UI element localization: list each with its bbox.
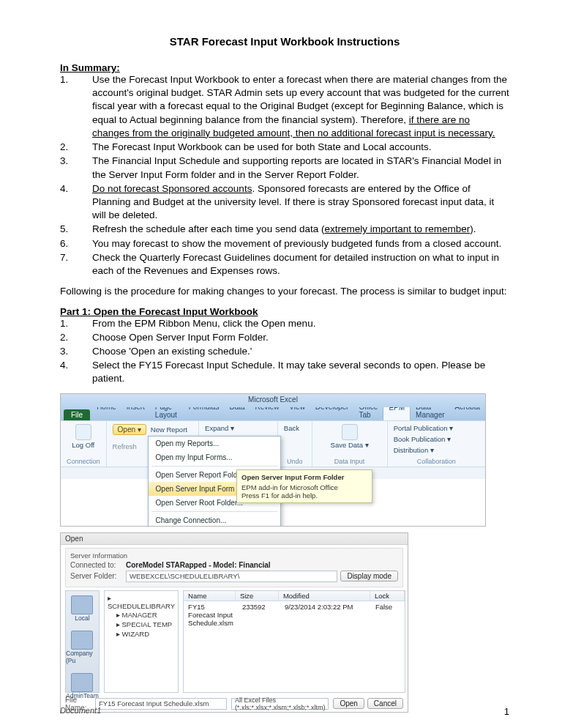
book-publication-button[interactable]: Book Publication ▾ (394, 435, 479, 443)
footer-page-number: 1 (504, 706, 509, 717)
summary-item: 5.Refresh the schedule after each time y… (60, 223, 509, 236)
footer-document-name: Document1 (60, 706, 101, 717)
display-mode-button[interactable]: Display mode (340, 571, 398, 582)
group-label-undo: Undo (284, 458, 306, 465)
list-number: 5. (60, 223, 92, 236)
open-dialog-screenshot: Open Server Information Connected to: Co… (60, 532, 408, 713)
part1-heading: Part 1: Open the Forecast Input Workbook (60, 306, 258, 317)
list-number: 3. (60, 345, 92, 358)
connected-to-label: Connected to: (70, 561, 123, 569)
file-list[interactable]: Name Size Modified Lock FY15 Forecast In… (183, 590, 405, 693)
list-number: 3. (60, 155, 92, 181)
folder-icon (71, 673, 93, 692)
intro-paragraph: Following is the procedure for making ch… (60, 285, 509, 298)
menu-open-my-reports[interactable]: Open my Reports... (149, 437, 280, 450)
server-info-box: Server Information Connected to: CoreMod… (65, 548, 403, 587)
excel-ribbon-screenshot: Microsoft Excel File HomeInsertPage Layo… (60, 393, 486, 527)
list-body: Use the Forecast Input Workbook to enter… (92, 73, 509, 140)
new-report-button[interactable]: New Report (151, 424, 187, 435)
tree-node[interactable]: ▸ SPECIAL TEMP (108, 620, 175, 629)
tree-root[interactable]: ▸ SCHEDULELIBRARY (108, 594, 175, 610)
distribution-button[interactable]: Distribution ▾ (394, 446, 479, 454)
dialog-sidebar: Local Company (Pu AdminTeam (65, 590, 100, 693)
folder-icon (71, 631, 93, 650)
page-title: STAR Forecast Input Workbook Instruction… (60, 35, 509, 48)
ribbon-tabs: File HomeInsertPage LayoutFormulasDataRe… (61, 407, 485, 420)
save-data-button[interactable]: Save Data ▾ (318, 424, 381, 449)
expand-button[interactable]: Expand ▾ (205, 424, 271, 432)
list-body: Choose Open Server Input Form Folder. (92, 331, 509, 344)
log-off-button[interactable]: Log Off (67, 424, 100, 449)
file-row[interactable]: FY15 Forecast Input Schedule.xlsm 233592… (184, 601, 405, 628)
list-number: 7. (60, 251, 92, 278)
tree-node[interactable]: ▸ MANAGER (108, 610, 175, 620)
list-number: 4. (60, 359, 92, 385)
sidebar-company[interactable]: Company (Pu (66, 631, 99, 664)
summary-item: 1.Use the Forecast Input Workbook to ent… (60, 73, 509, 140)
menu-change-connection[interactable]: Change Connection... (149, 513, 280, 527)
summary-item: 2.The Forecast Input Workbook can be use… (60, 141, 509, 154)
list-body: Select the FY15 Forecast Input Schedule.… (92, 359, 509, 385)
list-number: 2. (60, 331, 92, 344)
server-info-label: Server Information (70, 551, 398, 560)
tooltip-line1: EPM add-in for Microsoft Office (241, 483, 367, 491)
ribbon-tooltip: Open Server Input Form Folder EPM add-in… (236, 469, 372, 503)
list-number: 1. (60, 73, 92, 140)
part1-step: 1.From the EPM Ribbon Menu, click the Op… (60, 317, 509, 330)
tooltip-title: Open Server Input Form Folder (241, 473, 367, 481)
list-body: Choose 'Open an existing schedule.' (92, 345, 509, 358)
list-body: You may forecast to show the movement of… (92, 237, 509, 250)
open-menu-button[interactable]: Open ▾ (113, 424, 146, 435)
summary-item: 3.The Financial Input Schedule and suppo… (60, 155, 509, 181)
logoff-icon (75, 424, 91, 440)
summary-item: 4.Do not forecast Sponsored accounts. Sp… (60, 182, 509, 223)
list-body: Do not forecast Sponsored accounts. Spon… (92, 182, 509, 223)
back-button[interactable]: Back (284, 424, 306, 432)
connected-to-value: CoreModel STARapped - Model: Financial (126, 561, 271, 569)
list-body: The Financial Input Schedule and support… (92, 155, 509, 181)
app-title: Microsoft Excel (248, 395, 298, 404)
list-body: From the EPM Ribbon Menu, click the Open… (92, 317, 509, 330)
folder-tree[interactable]: ▸ SCHEDULELIBRARY ▸ MANAGER ▸ SPECIAL TE… (104, 590, 179, 693)
col-modified[interactable]: Modified (279, 591, 370, 601)
list-body: Refresh the schedule after each time you… (92, 223, 509, 236)
tooltip-line2: Press F1 for add-in help. (241, 491, 367, 499)
server-folder-field[interactable]: WEBEXCEL\SCHEDULELIBRARY\ (126, 571, 337, 582)
col-size[interactable]: Size (236, 591, 279, 601)
list-body: Check the Quarterly Forecast Guidelines … (92, 251, 509, 278)
file-size-cell: 233592 (238, 603, 280, 627)
col-name[interactable]: Name (184, 591, 236, 601)
save-icon (342, 424, 358, 440)
portal-publication-button[interactable]: Portal Publication ▾ (394, 424, 479, 432)
col-lock[interactable]: Lock (370, 591, 405, 601)
list-body: The Forecast Input Workbook can be used … (92, 141, 509, 154)
part1-step: 4.Select the FY15 Forecast Input Schedul… (60, 359, 509, 385)
part1-step: 3.Choose 'Open an existing schedule.' (60, 345, 509, 358)
tree-node[interactable]: ▸ WIZARD (108, 629, 175, 639)
ribbon-body: Log Off Connection Open ▾ New Report Ref… (61, 420, 485, 467)
dialog-title: Open (61, 533, 408, 545)
group-label-data-input: Data Input (318, 458, 381, 465)
group-label-connection: Connection (67, 458, 100, 465)
window-titlebar: Microsoft Excel (61, 394, 485, 407)
group-label-collaboration: Collaboration (394, 458, 479, 465)
list-number: 2. (60, 141, 92, 154)
list-number: 6. (60, 237, 92, 250)
file-list-header: Name Size Modified Lock (184, 591, 405, 601)
summary-item: 7.Check the Quarterly Forecast Guideline… (60, 251, 509, 278)
server-folder-label: Server Folder: (70, 572, 123, 580)
part1-step: 2.Choose Open Server Input Form Folder. (60, 331, 509, 344)
sidebar-local[interactable]: Local (71, 595, 93, 622)
file-name-cell: FY15 Forecast Input Schedule.xlsm (184, 603, 238, 627)
list-number: 1. (60, 317, 92, 330)
summary-heading: In Summary: (60, 62, 120, 73)
menu-open-my-input-forms[interactable]: Open my Input Forms... (149, 450, 280, 464)
tab-file[interactable]: File (64, 409, 90, 420)
file-modified-cell: 9/23/2014 2:03:22 PM (280, 603, 371, 627)
summary-item: 6.You may forecast to show the movement … (60, 237, 509, 250)
list-number: 4. (60, 182, 92, 223)
folder-icon (71, 595, 93, 614)
file-lock-cell: False (371, 603, 405, 627)
